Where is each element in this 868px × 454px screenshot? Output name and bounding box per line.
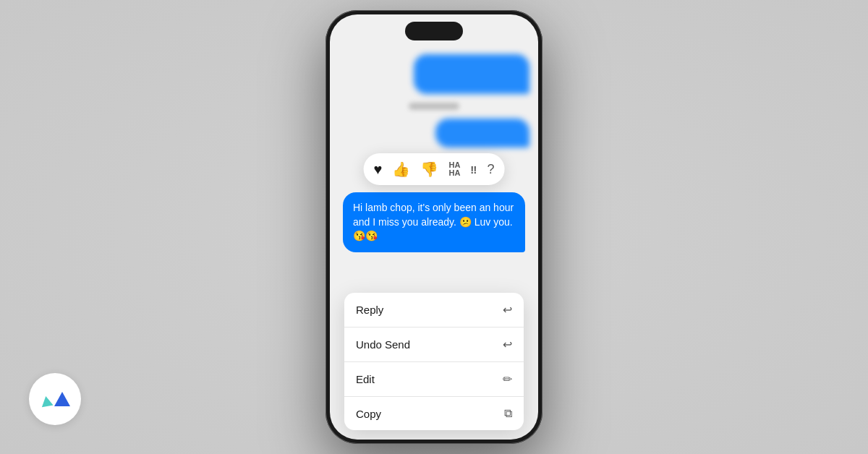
undo-send-label: Undo Send (356, 338, 410, 351)
undo-send-icon: ↩ (503, 338, 512, 351)
logo-triangle-blue (54, 392, 70, 406)
thumbs-up-reaction[interactable]: 👍 (392, 160, 410, 178)
copy-icon: ⧉ (504, 407, 512, 420)
edit-icon: ✏ (503, 372, 512, 386)
reaction-bar[interactable]: ♥ 👍 👎 HAHA ‼ ? (364, 153, 505, 185)
reply-icon: ↩ (503, 303, 512, 317)
copy-label: Copy (356, 408, 381, 420)
blurred-timestamp (409, 103, 459, 110)
logo-triangle-teal (40, 395, 53, 408)
dynamic-island (405, 22, 463, 40)
exclamation-reaction[interactable]: ‼ (470, 163, 477, 176)
message-bubble: Hi lamb chop, it's only been an hour and… (343, 192, 525, 252)
logo-container (29, 373, 81, 425)
reply-menu-item[interactable]: Reply ↩ (344, 293, 524, 327)
phone-frame: ♥ 👍 👎 HAHA ‼ ? Hi lamb chop, it's only b… (326, 10, 542, 444)
copy-menu-item[interactable]: Copy ⧉ (344, 397, 524, 430)
edit-menu-item[interactable]: Edit ✏ (344, 362, 524, 397)
phone-screen: ♥ 👍 👎 HAHA ‼ ? Hi lamb chop, it's only b… (330, 14, 538, 440)
message-text: Hi lamb chop, it's only been an hour and… (353, 201, 515, 244)
undo-send-menu-item[interactable]: Undo Send ↩ (344, 327, 524, 362)
logo (41, 392, 70, 406)
heart-reaction[interactable]: ♥ (374, 161, 383, 178)
haha-reaction[interactable]: HAHA (448, 161, 460, 177)
blurred-message-1 (414, 54, 529, 94)
blurred-message-2 (435, 119, 529, 147)
reply-label: Reply (356, 304, 383, 316)
question-reaction[interactable]: ? (487, 162, 494, 177)
thumbs-down-reaction[interactable]: 👎 (420, 160, 438, 178)
context-menu: Reply ↩ Undo Send ↩ Edit ✏ Copy ⧉ (344, 293, 524, 430)
edit-label: Edit (356, 373, 375, 385)
